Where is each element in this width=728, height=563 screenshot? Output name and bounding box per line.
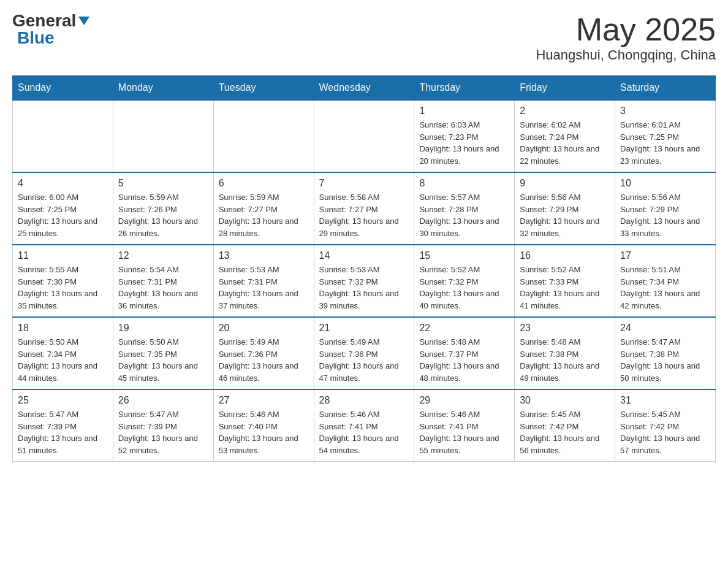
- day-number: 29: [419, 395, 509, 406]
- logo-blue-text: Blue: [17, 29, 55, 47]
- day-number: 20: [219, 323, 309, 334]
- day-info: Sunrise: 5:53 AMSunset: 7:32 PMDaylight:…: [319, 264, 409, 312]
- logo-arrow-icon: [78, 17, 89, 28]
- day-cell-w2-d2: 6Sunrise: 5:59 AMSunset: 7:27 PMDaylight…: [213, 172, 314, 245]
- day-number: 27: [219, 395, 309, 406]
- day-number: 3: [620, 105, 710, 117]
- day-info: Sunrise: 5:51 AMSunset: 7:34 PMDaylight:…: [620, 264, 710, 312]
- day-info: Sunrise: 5:53 AMSunset: 7:31 PMDaylight:…: [219, 264, 309, 312]
- day-cell-w2-d0: 4Sunrise: 6:00 AMSunset: 7:25 PMDaylight…: [13, 172, 113, 245]
- day-info: Sunrise: 5:50 AMSunset: 7:35 PMDaylight:…: [118, 336, 208, 384]
- title-block: May 2025 Huangshui, Chongqing, China: [536, 12, 716, 63]
- day-info: Sunrise: 5:46 AMSunset: 7:40 PMDaylight:…: [219, 408, 309, 456]
- day-cell-w3-d5: 16Sunrise: 5:52 AMSunset: 7:33 PMDayligh…: [515, 245, 615, 317]
- day-number: 6: [219, 178, 309, 189]
- header-sunday: Sunday: [13, 76, 113, 101]
- day-info: Sunrise: 5:58 AMSunset: 7:27 PMDaylight:…: [319, 191, 409, 239]
- day-cell-w3-d4: 15Sunrise: 5:52 AMSunset: 7:32 PMDayligh…: [414, 245, 515, 317]
- day-info: Sunrise: 5:46 AMSunset: 7:41 PMDaylight:…: [319, 408, 409, 456]
- day-info: Sunrise: 5:54 AMSunset: 7:31 PMDaylight:…: [118, 264, 208, 312]
- day-info: Sunrise: 6:03 AMSunset: 7:23 PMDaylight:…: [419, 119, 509, 167]
- day-info: Sunrise: 5:45 AMSunset: 7:42 PMDaylight:…: [520, 408, 610, 456]
- day-info: Sunrise: 5:47 AMSunset: 7:38 PMDaylight:…: [620, 336, 710, 384]
- day-info: Sunrise: 5:59 AMSunset: 7:26 PMDaylight:…: [118, 191, 208, 239]
- weekday-header-row: Sunday Monday Tuesday Wednesday Thursday…: [13, 76, 716, 101]
- calendar-table: Sunday Monday Tuesday Wednesday Thursday…: [12, 75, 716, 462]
- header-wednesday: Wednesday: [314, 76, 414, 101]
- day-info: Sunrise: 5:45 AMSunset: 7:42 PMDaylight:…: [620, 408, 710, 456]
- day-cell-w1-d0: [13, 100, 113, 172]
- day-number: 17: [620, 250, 710, 261]
- week-row-4: 18Sunrise: 5:50 AMSunset: 7:34 PMDayligh…: [13, 317, 716, 389]
- day-cell-w5-d2: 27Sunrise: 5:46 AMSunset: 7:40 PMDayligh…: [213, 389, 314, 462]
- day-cell-w4-d1: 19Sunrise: 5:50 AMSunset: 7:35 PMDayligh…: [113, 317, 213, 389]
- day-number: 5: [118, 178, 208, 189]
- calendar-body: 1Sunrise: 6:03 AMSunset: 7:23 PMDaylight…: [13, 100, 716, 462]
- day-info: Sunrise: 5:46 AMSunset: 7:41 PMDaylight:…: [419, 408, 509, 456]
- day-info: Sunrise: 5:50 AMSunset: 7:34 PMDaylight:…: [18, 336, 108, 384]
- day-info: Sunrise: 5:47 AMSunset: 7:39 PMDaylight:…: [18, 408, 108, 456]
- day-cell-w2-d1: 5Sunrise: 5:59 AMSunset: 7:26 PMDaylight…: [113, 172, 213, 245]
- day-info: Sunrise: 5:52 AMSunset: 7:32 PMDaylight:…: [419, 264, 509, 312]
- day-info: Sunrise: 5:57 AMSunset: 7:28 PMDaylight:…: [419, 191, 509, 239]
- day-cell-w3-d6: 17Sunrise: 5:51 AMSunset: 7:34 PMDayligh…: [615, 245, 716, 317]
- day-info: Sunrise: 6:01 AMSunset: 7:25 PMDaylight:…: [620, 119, 710, 167]
- day-info: Sunrise: 5:56 AMSunset: 7:29 PMDaylight:…: [620, 191, 710, 239]
- day-info: Sunrise: 5:48 AMSunset: 7:37 PMDaylight:…: [419, 336, 509, 384]
- day-number: 1: [419, 105, 509, 117]
- day-cell-w2-d5: 9Sunrise: 5:56 AMSunset: 7:29 PMDaylight…: [515, 172, 615, 245]
- day-number: 31: [620, 395, 710, 406]
- day-number: 12: [118, 250, 208, 261]
- calendar-title: May 2025: [536, 12, 716, 47]
- day-cell-w1-d4: 1Sunrise: 6:03 AMSunset: 7:23 PMDaylight…: [414, 100, 515, 172]
- day-number: 7: [319, 178, 409, 189]
- day-info: Sunrise: 5:55 AMSunset: 7:30 PMDaylight:…: [18, 264, 108, 312]
- day-cell-w3-d0: 11Sunrise: 5:55 AMSunset: 7:30 PMDayligh…: [13, 245, 113, 317]
- day-cell-w2-d4: 8Sunrise: 5:57 AMSunset: 7:28 PMDaylight…: [414, 172, 515, 245]
- day-number: 24: [620, 323, 710, 334]
- day-number: 15: [419, 250, 509, 261]
- day-number: 28: [319, 395, 409, 406]
- day-number: 10: [620, 178, 710, 189]
- day-cell-w5-d4: 29Sunrise: 5:46 AMSunset: 7:41 PMDayligh…: [414, 389, 515, 462]
- day-number: 19: [118, 323, 208, 334]
- day-number: 13: [219, 250, 309, 261]
- day-cell-w1-d3: [314, 100, 414, 172]
- header-monday: Monday: [113, 76, 213, 101]
- page-header: General Blue May 2025 Huangshui, Chongqi…: [12, 12, 716, 63]
- day-cell-w4-d3: 21Sunrise: 5:49 AMSunset: 7:36 PMDayligh…: [314, 317, 414, 389]
- day-number: 9: [520, 178, 610, 189]
- day-number: 23: [520, 323, 610, 334]
- day-info: Sunrise: 6:00 AMSunset: 7:25 PMDaylight:…: [18, 191, 108, 239]
- header-tuesday: Tuesday: [213, 76, 314, 101]
- svg-marker-0: [78, 17, 89, 25]
- day-info: Sunrise: 5:48 AMSunset: 7:38 PMDaylight:…: [520, 336, 610, 384]
- day-cell-w1-d6: 3Sunrise: 6:01 AMSunset: 7:25 PMDaylight…: [615, 100, 716, 172]
- day-number: 25: [18, 395, 108, 406]
- day-cell-w5-d3: 28Sunrise: 5:46 AMSunset: 7:41 PMDayligh…: [314, 389, 414, 462]
- day-cell-w1-d2: [213, 100, 314, 172]
- day-cell-w5-d1: 26Sunrise: 5:47 AMSunset: 7:39 PMDayligh…: [113, 389, 213, 462]
- day-cell-w4-d0: 18Sunrise: 5:50 AMSunset: 7:34 PMDayligh…: [13, 317, 113, 389]
- calendar-header: Sunday Monday Tuesday Wednesday Thursday…: [13, 76, 716, 101]
- day-cell-w2-d6: 10Sunrise: 5:56 AMSunset: 7:29 PMDayligh…: [615, 172, 716, 245]
- day-number: 4: [18, 178, 108, 189]
- header-thursday: Thursday: [414, 76, 515, 101]
- day-cell-w5-d0: 25Sunrise: 5:47 AMSunset: 7:39 PMDayligh…: [13, 389, 113, 462]
- day-info: Sunrise: 5:52 AMSunset: 7:33 PMDaylight:…: [520, 264, 610, 312]
- day-number: 18: [18, 323, 108, 334]
- day-cell-w1-d1: [113, 100, 213, 172]
- day-number: 21: [319, 323, 409, 334]
- day-cell-w4-d6: 24Sunrise: 5:47 AMSunset: 7:38 PMDayligh…: [615, 317, 716, 389]
- day-number: 11: [18, 250, 108, 261]
- day-cell-w2-d3: 7Sunrise: 5:58 AMSunset: 7:27 PMDaylight…: [314, 172, 414, 245]
- day-number: 22: [419, 323, 509, 334]
- day-number: 14: [319, 250, 409, 261]
- day-info: Sunrise: 6:02 AMSunset: 7:24 PMDaylight:…: [520, 119, 610, 167]
- header-saturday: Saturday: [615, 76, 716, 101]
- day-cell-w5-d6: 31Sunrise: 5:45 AMSunset: 7:42 PMDayligh…: [615, 389, 716, 462]
- week-row-1: 1Sunrise: 6:03 AMSunset: 7:23 PMDaylight…: [13, 100, 716, 172]
- day-cell-w3-d3: 14Sunrise: 5:53 AMSunset: 7:32 PMDayligh…: [314, 245, 414, 317]
- day-number: 2: [520, 105, 610, 117]
- logo-general-text: General: [12, 12, 76, 29]
